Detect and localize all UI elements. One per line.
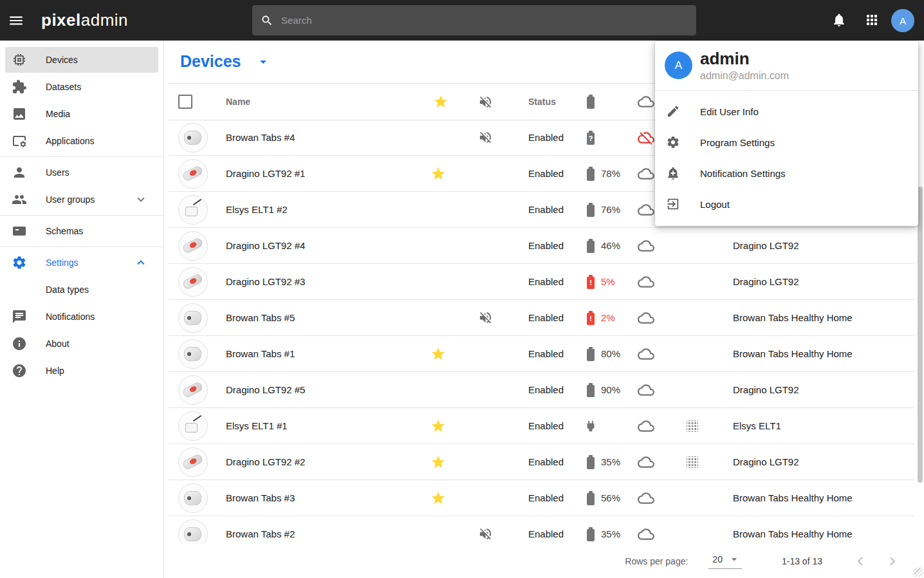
device-type: Dragino LGT92: [733, 228, 799, 263]
menu-icon[interactable]: [8, 12, 24, 29]
menu-item-notification-settings[interactable]: Notification Settings: [655, 158, 918, 189]
cloud-icon: [638, 382, 654, 398]
menu-item-program-settings[interactable]: Program Settings: [655, 127, 918, 158]
sidebar-item-label: About: [46, 339, 69, 349]
previous-page-button[interactable]: [852, 553, 869, 570]
device-name[interactable]: Browan Tabs #5: [226, 300, 295, 335]
menu-item-edit-user-info[interactable]: Edit User Info: [655, 96, 918, 127]
device-status: Enabled: [528, 156, 564, 191]
battery-icon: [586, 491, 595, 505]
star-icon[interactable]: [430, 418, 446, 434]
sidebar-item-devices[interactable]: Devices: [5, 47, 158, 73]
menu-item-logout[interactable]: Logout: [655, 189, 918, 219]
device-name[interactable]: Browan Tabs #4: [226, 120, 295, 155]
table-row[interactable]: Elsys ELT1 #1EnabledElsys ELT1: [169, 408, 915, 444]
sidebar-item-settings[interactable]: Settings: [5, 250, 158, 275]
device-thumbnail: [178, 195, 208, 225]
window-resize-grip[interactable]: [914, 568, 923, 577]
sidebar-item-users[interactable]: Users: [5, 160, 158, 185]
extension-icon: [12, 79, 27, 95]
device-status: Enabled: [528, 372, 564, 407]
caret-down-icon: [255, 54, 271, 70]
table-row[interactable]: Browan Tabs #1Enabled80%Browan Tabs Heal…: [169, 336, 915, 372]
device-type: Elsys ELT1: [733, 408, 781, 443]
device-status: Enabled: [528, 408, 564, 443]
cloud-icon: [638, 201, 654, 218]
table-row[interactable]: Browan Tabs #5Enabled!2%Browan Tabs Heal…: [169, 300, 915, 336]
star-icon[interactable]: [430, 454, 446, 470]
column-header-name[interactable]: Name: [226, 84, 250, 120]
battery-icon: ?: [586, 131, 595, 145]
avatar[interactable]: A: [891, 9, 914, 32]
star-column-icon[interactable]: [433, 94, 448, 109]
device-type: Dragino LGT92: [733, 264, 799, 299]
sidebar-item-applications[interactable]: Applications: [5, 128, 158, 154]
table-row[interactable]: Dragino LGT92 #4Enabled46%Dragino LGT92: [169, 228, 915, 264]
app-gear-icon: [12, 133, 27, 149]
image-icon: [12, 106, 27, 122]
table-row[interactable]: Browan Tabs #3Enabled56%Browan Tabs Heal…: [169, 480, 915, 516]
device-name[interactable]: Dragino LGT92 #2: [226, 444, 305, 480]
help-icon: [12, 363, 27, 378]
battery-percent: 35%: [601, 528, 620, 539]
cloud-icon: [638, 238, 654, 254]
device-name[interactable]: Browan Tabs #2: [226, 516, 295, 544]
next-page-button[interactable]: [884, 553, 901, 570]
divider: [0, 156, 163, 157]
device-name[interactable]: Dragino LGT92 #3: [226, 264, 305, 299]
grain-icon: [687, 420, 698, 432]
device-name[interactable]: Browan Tabs #1: [226, 336, 295, 371]
device-status: Enabled: [528, 480, 564, 516]
page-title-dropdown[interactable]: Devices: [180, 52, 271, 71]
search-bar[interactable]: [252, 5, 696, 35]
column-header-status[interactable]: Status: [528, 84, 556, 120]
cloud-icon: [638, 454, 654, 471]
group-icon: [12, 192, 27, 207]
sidebar-item-data-types[interactable]: Data types: [5, 277, 158, 303]
table-row[interactable]: Dragino LGT92 #3Enabled!5%Dragino LGT92: [169, 264, 915, 300]
star-icon[interactable]: [430, 490, 446, 506]
sidebar-item-notifications[interactable]: Notifications: [5, 304, 158, 330]
device-thumbnail: [178, 303, 208, 333]
sidebar-item-datasets[interactable]: Datasets: [5, 74, 158, 100]
battery-percent: 90%: [601, 384, 620, 395]
device-name[interactable]: Dragino LGT92 #4: [226, 228, 305, 263]
device-type: Dragino LGT92: [733, 372, 799, 407]
search-input[interactable]: [280, 14, 696, 26]
search-icon: [261, 14, 273, 27]
sidebar-item-schemas[interactable]: Schemas: [5, 218, 158, 244]
device-name[interactable]: Elsys ELT1 #2: [226, 192, 288, 227]
cloud-column-icon[interactable]: [638, 93, 654, 110]
logout-icon: [666, 197, 680, 211]
select-all-checkbox[interactable]: [178, 95, 192, 109]
table-row[interactable]: Dragino LGT92 #2Enabled35%Dragino LGT92: [169, 444, 915, 480]
caret-down-icon: [728, 553, 741, 566]
table-row[interactable]: Dragino LGT92 #5Enabled90%Dragino LGT92: [169, 372, 915, 408]
sidebar-item-user-groups[interactable]: User groups: [5, 187, 158, 212]
bell-icon[interactable]: [831, 12, 848, 29]
table-row[interactable]: Browan Tabs #2Enabled35%Browan Tabs Heal…: [169, 516, 915, 544]
user-menu-header: A admin admin@admin.com: [655, 41, 918, 90]
rows-per-page-select[interactable]: 20: [708, 553, 742, 569]
device-name[interactable]: Browan Tabs #3: [226, 480, 295, 516]
vertical-scrollbar[interactable]: [918, 187, 923, 483]
star-icon[interactable]: [430, 166, 446, 182]
mute-column-icon[interactable]: [478, 95, 493, 109]
device-name[interactable]: Dragino LGT92 #5: [226, 372, 305, 407]
device-thumbnail: [178, 375, 208, 405]
sidebar-item-help[interactable]: Help: [5, 358, 158, 384]
battery-icon: [586, 203, 595, 217]
sidebar-item-media[interactable]: Media: [5, 101, 158, 127]
sidebar-item-about[interactable]: About: [5, 331, 158, 357]
notification-add-icon: [666, 166, 680, 180]
device-name[interactable]: Elsys ELT1 #1: [226, 408, 288, 443]
star-icon[interactable]: [430, 346, 446, 362]
cloud-icon: [638, 274, 654, 290]
device-type: Browan Tabs Healthy Home: [733, 300, 853, 335]
device-name[interactable]: Dragino LGT92 #1: [226, 156, 305, 191]
battery-column-icon[interactable]: [586, 95, 595, 109]
device-type: Browan Tabs Healthy Home: [733, 480, 853, 516]
rows-per-page-value: 20: [712, 554, 723, 564]
apps-grid-icon[interactable]: [864, 12, 881, 29]
battery-icon: [586, 167, 595, 181]
